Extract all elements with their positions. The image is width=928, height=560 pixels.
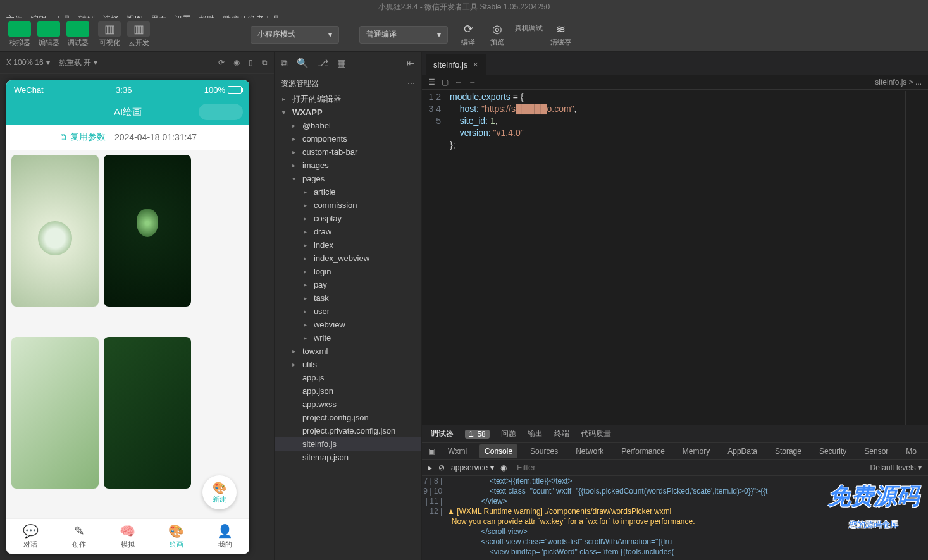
tree-item[interactable]: siteinfo.js <box>275 437 421 451</box>
back-icon[interactable]: ← <box>455 78 462 87</box>
zoom-select[interactable]: X 100% 16 ▾ <box>6 58 50 67</box>
popout-icon[interactable]: ⧉ <box>262 58 268 67</box>
devtools-subtab[interactable]: Sources <box>525 444 563 458</box>
eye-icon[interactable]: ◉ <box>500 463 507 472</box>
devtools-subtab[interactable]: Security <box>814 444 851 458</box>
tree-item[interactable]: ▸index <box>275 238 421 252</box>
devtools-subtab[interactable]: Console <box>479 444 517 458</box>
branch-icon[interactable]: ⎇ <box>318 58 328 69</box>
list-icon[interactable]: ☰ <box>428 78 435 87</box>
tree-item[interactable]: ▸towxml <box>275 344 421 358</box>
titlebar: 小狐狸2.8.4 - 微信开发者工具 Stable 1.05.2204250 <box>0 0 928 14</box>
open-editors-section[interactable]: ▸打开的编辑器 <box>275 92 421 106</box>
device-icon[interactable]: ▯ <box>249 58 253 67</box>
devtools-subtab[interactable]: Storage <box>770 444 807 458</box>
bookmark-icon[interactable]: ▢ <box>442 78 449 87</box>
ext-icon[interactable]: ▦ <box>337 58 346 69</box>
timestamp-label: 2024-04-18 01:31:47 <box>114 132 197 142</box>
toolbar-button[interactable]: 调试器 <box>65 21 91 47</box>
gallery-item[interactable] <box>104 337 191 489</box>
tree-item[interactable]: project.config.json <box>275 411 421 424</box>
tree-item[interactable]: project.private.config.json <box>275 424 421 437</box>
gallery-item[interactable] <box>11 155 99 307</box>
editor-tab[interactable]: siteinfo.js✕ <box>426 54 486 75</box>
devtools-tab[interactable]: 调试器 <box>431 429 454 439</box>
devtools-tab[interactable]: 问题 <box>501 429 516 439</box>
devtools-tab[interactable]: 输出 <box>528 429 543 439</box>
more-icon[interactable]: ⋯ <box>407 79 415 88</box>
tree-item[interactable]: ▸write <box>275 331 421 344</box>
mode-select[interactable]: 小程序模式▾ <box>251 26 339 44</box>
devtools-subtab[interactable]: Sensor <box>859 444 893 458</box>
files-icon[interactable]: ⧉ <box>281 58 288 69</box>
devtools-subtab[interactable]: Network <box>571 444 609 458</box>
code-editor[interactable]: 1 2 3 4 5 module.exports = { host: "http… <box>422 90 928 425</box>
console-clear-icon[interactable]: ⊘ <box>438 463 445 472</box>
compile-select[interactable]: 普通编译▾ <box>359 26 448 44</box>
image-gallery: AI 🎨新建 <box>6 150 249 518</box>
tree-item[interactable]: ▸custom-tab-bar <box>275 145 421 159</box>
tab-item[interactable]: 👤我的 <box>201 519 249 554</box>
palette-icon: 🎨 <box>213 481 226 495</box>
inspect-icon[interactable]: ▣ <box>428 447 435 456</box>
tab-item[interactable]: 💬对话 <box>6 519 55 554</box>
toolbar-action[interactable]: ⟳编译 <box>457 22 479 47</box>
toolbar-button[interactable]: 模拟器 <box>6 21 33 47</box>
tree-item[interactable]: ▸user <box>275 305 421 318</box>
toolbar-action[interactable]: ◎预览 <box>486 22 509 47</box>
tree-item[interactable]: ▸@babel <box>275 119 421 132</box>
tree-item[interactable]: app.wxss <box>275 398 421 411</box>
capsule-button[interactable] <box>199 104 243 120</box>
toolbar-action[interactable]: 真机调试 <box>515 22 543 47</box>
new-fab[interactable]: 🎨新建 <box>202 475 237 509</box>
console-play-icon[interactable]: ▸ <box>428 463 432 472</box>
tree-item[interactable]: ▸pay <box>275 278 421 291</box>
refresh-icon[interactable]: ⟳ <box>218 58 225 67</box>
gallery-item[interactable] <box>104 155 191 307</box>
devtools-tab[interactable]: 终端 <box>554 429 569 439</box>
tree-item[interactable]: app.json <box>275 384 421 398</box>
reuse-params-link[interactable]: 🗎复用参数 <box>59 131 106 143</box>
tree-item[interactable]: ▸task <box>275 291 421 305</box>
tree-item[interactable]: ▸login <box>275 265 421 278</box>
devtools-subtab[interactable]: Mo <box>901 444 922 458</box>
project-root[interactable]: ▾WXAPP <box>275 106 421 119</box>
tab-item[interactable]: ✎创作 <box>55 519 104 554</box>
tree-item[interactable]: ▸images <box>275 159 421 172</box>
tree-item[interactable]: ▸components <box>275 132 421 145</box>
console-filter[interactable] <box>513 461 864 473</box>
tab-item[interactable]: 🧠模拟 <box>104 519 152 554</box>
toolbar-button[interactable]: ▥云开发 <box>125 21 152 47</box>
forward-icon[interactable]: → <box>469 78 476 87</box>
devtools-subtab[interactable]: AppData <box>722 444 762 458</box>
toolbar-button[interactable]: ▥可视化 <box>96 21 123 47</box>
tree-item[interactable]: ▸article <box>275 185 421 198</box>
gallery-item[interactable] <box>11 337 99 489</box>
tree-item[interactable]: sitemap.json <box>275 451 421 464</box>
tree-item[interactable]: ▸draw <box>275 225 421 238</box>
tree-item[interactable]: ▸commission <box>275 198 421 212</box>
levels-select[interactable]: Default levels ▾ <box>870 463 922 472</box>
tree-item[interactable]: ▸utils <box>275 358 421 371</box>
tree-item[interactable]: ▸webview <box>275 318 421 331</box>
toolbar-action[interactable]: ≋清缓存 <box>549 22 572 47</box>
tab-item[interactable]: 🎨绘画 <box>152 519 201 554</box>
devtools-subtab[interactable]: Memory <box>677 444 715 458</box>
panel-toggle-icon[interactable]: ⇤ <box>407 58 415 69</box>
toolbar-button[interactable]: 编辑器 <box>35 21 62 47</box>
breadcrumb[interactable]: siteinfo.js > ... <box>875 78 922 87</box>
hot-reload-select[interactable]: 热重载 开 ▾ <box>59 58 97 68</box>
context-select[interactable]: appservice ▾ <box>451 463 494 472</box>
tree-item[interactable]: ▾pages <box>275 172 421 185</box>
record-icon[interactable]: ◉ <box>233 58 240 67</box>
tree-item[interactable]: ▸index_webview <box>275 252 421 265</box>
tree-item[interactable]: app.js <box>275 371 421 384</box>
search-icon[interactable]: 🔍 <box>297 58 309 69</box>
devtools-subtab[interactable]: Wxml <box>443 444 472 458</box>
tree-item[interactable]: ▸cosplay <box>275 212 421 225</box>
minimap[interactable] <box>905 91 928 425</box>
page-title: AI绘画 <box>114 106 142 118</box>
devtools-subtab[interactable]: Performance <box>616 444 670 458</box>
close-icon[interactable]: ✕ <box>473 61 478 69</box>
devtools-tab[interactable]: 代码质量 <box>581 429 611 439</box>
